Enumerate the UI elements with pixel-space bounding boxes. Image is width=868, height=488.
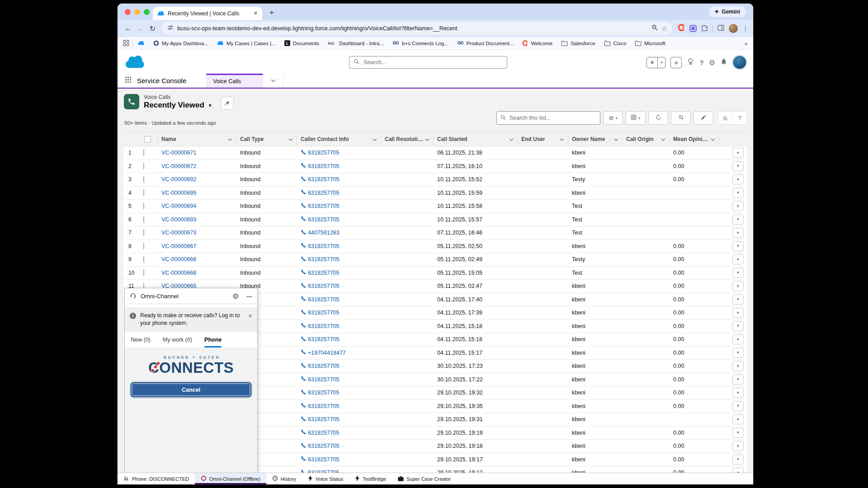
phone-number-link[interactable]: 6319257705: [308, 389, 340, 396]
forward-button[interactable]: →: [134, 24, 146, 33]
bookmark-item[interactable]: Product Document...: [457, 41, 514, 46]
phone-number-link[interactable]: 6319257705: [308, 270, 340, 276]
column-header-call-type[interactable]: Call Type: [236, 132, 297, 146]
phone-number-link[interactable]: 6319257705: [308, 243, 340, 249]
row-checkbox[interactable]: [143, 256, 144, 263]
phone-number-link[interactable]: 6319257705: [308, 163, 340, 169]
row-actions-button[interactable]: ▼: [732, 348, 744, 358]
bookmark-item[interactable]: b+s Connects Log...: [392, 41, 448, 46]
gemini-button[interactable]: ✦ Gemini: [708, 6, 746, 17]
select-all-checkbox[interactable]: [144, 136, 151, 143]
phone-number-link[interactable]: 6319257705: [308, 416, 340, 422]
chevron-down-icon[interactable]: [373, 136, 377, 142]
row-checkbox[interactable]: [143, 176, 144, 183]
phone-number-link[interactable]: 6319257705: [308, 363, 340, 369]
voice-call-link[interactable]: VC-00000694: [161, 203, 196, 209]
voice-call-link[interactable]: VC-00000672: [161, 163, 196, 169]
phone-number-link[interactable]: +19704418477: [308, 350, 346, 356]
minimize-window-button[interactable]: [134, 9, 140, 15]
user-avatar[interactable]: [732, 55, 747, 70]
row-actions-button[interactable]: ▼: [732, 268, 744, 278]
favorites-dropdown-icon[interactable]: ▾: [657, 57, 665, 68]
chevron-down-icon[interactable]: [425, 136, 429, 142]
bookmark-item[interactable]: My Apps Dashboa...: [153, 40, 208, 47]
phone-number-link[interactable]: 6319257705: [308, 176, 340, 183]
phone-number-link[interactable]: 6319257705: [308, 150, 340, 156]
utility-item-history[interactable]: History: [266, 473, 302, 484]
global-search-input[interactable]: [363, 59, 503, 66]
guidance-center-icon[interactable]: [687, 58, 694, 67]
bookmark-item[interactable]: Microsoft: [635, 40, 665, 47]
site-info-tune-icon[interactable]: [167, 24, 174, 33]
omni-tab-new-0-[interactable]: New (0): [131, 332, 151, 347]
bookmark-item[interactable]: [138, 41, 145, 46]
phone-number-link[interactable]: 6319257705: [308, 283, 340, 289]
utility-item-omni-channel-offline-[interactable]: Omni-Channel (Offline): [195, 473, 266, 484]
row-actions-button[interactable]: ▼: [732, 428, 744, 438]
row-checkbox[interactable]: [143, 230, 144, 236]
row-actions-button[interactable]: ▼: [732, 375, 744, 385]
charts-button[interactable]: [718, 112, 732, 124]
zoom-out-icon[interactable]: [651, 24, 658, 33]
reload-button[interactable]: ↻: [146, 24, 159, 33]
chrome-profile-avatar[interactable]: [729, 24, 738, 33]
setup-gear-icon[interactable]: ⚙: [709, 58, 715, 67]
omni-tab-phone[interactable]: Phone: [204, 332, 222, 347]
purple-extension-icon[interactable]: [689, 25, 697, 32]
phone-number-link[interactable]: 6319257705: [308, 203, 340, 209]
phone-number-link[interactable]: 6319257705: [308, 336, 340, 343]
browser-tab[interactable]: Recently Viewed | Voice Calls ✕: [153, 7, 262, 20]
phone-number-link[interactable]: 6319257705: [308, 216, 340, 223]
phone-number-link[interactable]: 6319257705: [308, 430, 340, 436]
voice-call-link[interactable]: VC-00000673: [161, 230, 196, 236]
cancel-button[interactable]: Cancel: [131, 382, 251, 397]
row-actions-button[interactable]: ▼: [732, 215, 744, 225]
omni-tab-my-work-0-[interactable]: My work (0): [163, 332, 192, 347]
column-header-owner-name[interactable]: Owner Name: [568, 132, 623, 146]
sort-button[interactable]: [671, 111, 691, 125]
omni-channel-header[interactable]: Omni-Channel ⚙ —: [125, 288, 257, 304]
row-actions-button[interactable]: ▼: [732, 334, 744, 344]
row-actions-button[interactable]: ▼: [732, 148, 744, 158]
row-actions-button[interactable]: ▼: [732, 401, 744, 411]
chevron-down-icon[interactable]: [661, 136, 665, 142]
phone-number-link[interactable]: 6319257705: [308, 296, 340, 303]
chevron-down-icon[interactable]: [711, 136, 715, 142]
favorites-button[interactable]: ★ ▾: [646, 57, 665, 68]
phone-number-link[interactable]: 6319257705: [308, 456, 340, 463]
chevron-down-icon[interactable]: [228, 136, 232, 142]
global-actions-button[interactable]: +: [670, 57, 682, 68]
filter-button[interactable]: [732, 112, 747, 124]
row-checkbox[interactable]: [143, 190, 144, 196]
row-checkbox[interactable]: [143, 203, 144, 209]
column-header-caller-contact-info[interactable]: Caller Contact Info: [297, 132, 381, 146]
nav-tab-voice-calls[interactable]: Voice Calls: [206, 74, 263, 88]
chevron-down-icon[interactable]: [288, 136, 293, 142]
row-actions-button[interactable]: ▼: [732, 254, 744, 264]
new-tab-button[interactable]: +: [269, 8, 274, 17]
global-search-box[interactable]: [349, 56, 507, 69]
row-actions-button[interactable]: ▼: [732, 361, 744, 371]
tab-close-icon[interactable]: ✕: [254, 10, 258, 16]
help-icon[interactable]: ?: [699, 59, 703, 66]
phone-number-link[interactable]: 6319257705: [308, 403, 340, 409]
row-checkbox[interactable]: [143, 163, 144, 169]
list-search-box[interactable]: [496, 111, 600, 125]
app-launcher-waffle-icon[interactable]: [125, 76, 132, 85]
row-checkbox[interactable]: [143, 150, 144, 156]
row-actions-button[interactable]: ▼: [732, 241, 744, 251]
phone-number-link[interactable]: 6319257705: [308, 323, 340, 329]
row-actions-button[interactable]: ▼: [732, 228, 744, 238]
checkbox-header[interactable]: [140, 132, 158, 146]
row-checkbox[interactable]: [143, 270, 144, 276]
bookmarks-overflow-chevron[interactable]: »: [745, 40, 748, 47]
row-actions-button[interactable]: ▼: [732, 455, 744, 465]
app-name[interactable]: Service Console: [137, 77, 186, 84]
favorites-star-icon[interactable]: ★: [647, 57, 657, 68]
refresh-button[interactable]: [648, 111, 668, 125]
row-actions-button[interactable]: ▼: [732, 414, 744, 424]
phone-number-link[interactable]: 6319257705: [308, 376, 340, 383]
url-text[interactable]: busu-scv-ops-team-testdemo-dev-ed.develo…: [177, 25, 648, 32]
bookmark-item[interactable]: LDocuments: [284, 40, 319, 47]
row-actions-button[interactable]: ▼: [732, 161, 744, 171]
